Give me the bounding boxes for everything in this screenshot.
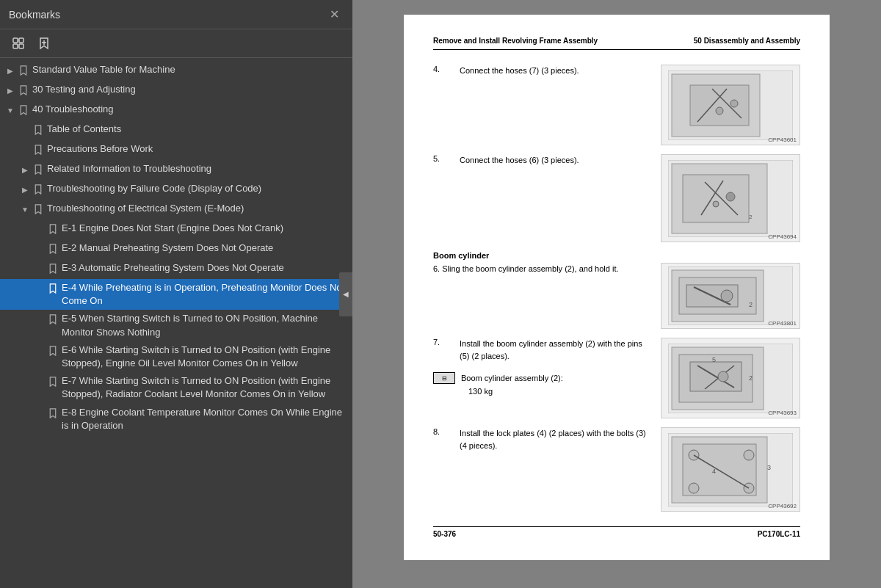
tree-item-40-troubleshooting[interactable]: 40 Troubleshooting xyxy=(0,101,352,120)
svg-point-42 xyxy=(689,483,699,493)
tree-item-precautions-before-work[interactable]: Precautions Before Work xyxy=(0,140,352,160)
step-4: 4. Connect the hoses (7) (3 pieces). xyxy=(433,65,800,145)
tree-item-e3[interactable]: E-3 Automatic Preheating System Does Not… xyxy=(0,259,352,279)
step5-img-caption: CPP43694 xyxy=(768,233,797,240)
tree-item-30-testing[interactable]: 30 Testing and Adjusting xyxy=(0,81,352,101)
bookmark-icon-e5 xyxy=(47,313,59,325)
bookmark-icon-e6 xyxy=(47,345,59,357)
step8-img-caption: CPP43692 xyxy=(768,503,797,509)
bookmarks-title: Bookmarks xyxy=(9,9,60,21)
svg-rect-15 xyxy=(683,175,749,222)
svg-text:4: 4 xyxy=(712,468,716,475)
bookmarks-toolbar xyxy=(0,29,352,58)
step5-text: Connect the hoses (6) (3 pieces). xyxy=(460,154,653,167)
bookmark-icon-related-info xyxy=(32,164,44,175)
bookmark-icon-e4 xyxy=(47,283,59,294)
bookmark-new-button[interactable] xyxy=(34,34,54,53)
step6-image: 2 CPP43801 xyxy=(661,263,800,329)
expand-arrow-related-info[interactable] xyxy=(18,163,32,178)
tree-item-e1[interactable]: E-1 Engine Does Not Start (Engine Does N… xyxy=(0,219,352,239)
tree-item-label-30-testing: 30 Testing and Adjusting xyxy=(32,83,347,96)
step-5: 5. Connect the hoses (6) (3 pieces). 2 xyxy=(433,154,800,242)
bookmark-icon-30-testing xyxy=(18,84,29,96)
bookmark-icon-e3 xyxy=(47,263,59,275)
expand-arrow-failure-code[interactable] xyxy=(18,183,32,197)
bookmark-icon-precautions-before-work xyxy=(32,144,44,156)
page-header-right: 50 Disassembly and Assembly xyxy=(694,37,800,45)
svg-point-34 xyxy=(718,371,728,382)
step8-text: Install the lock plates (4) (2 places) w… xyxy=(460,427,653,451)
tree-item-label-e5: E-5 When Starting Switch is Turned to ON… xyxy=(62,312,347,338)
bookmark-icon-e2 xyxy=(47,243,59,255)
tree-item-e5[interactable]: E-5 When Starting Switch is Turned to ON… xyxy=(0,310,352,341)
svg-point-18 xyxy=(726,192,735,201)
svg-text:3: 3 xyxy=(767,464,771,471)
svg-rect-0 xyxy=(13,38,18,43)
page-header-left: Remove and Install Revolving Frame Assem… xyxy=(433,37,598,45)
bookmarks-tree: Standard Value Table for Machine30 Testi… xyxy=(0,58,352,588)
spec-box: ⊟ Boom cylinder assembly (2): xyxy=(433,372,653,384)
step4-text: Connect the hoses (7) (3 pieces). xyxy=(460,65,653,77)
tree-item-e4[interactable]: E-4 While Preheating is in Operation, Pr… xyxy=(0,279,352,310)
tree-item-related-info[interactable]: Related Information to Troubleshooting xyxy=(0,160,352,180)
spec-icon: ⊟ xyxy=(433,372,455,384)
tree-item-table-of-contents[interactable]: Table of Contents xyxy=(0,120,352,140)
panel-collapse-button[interactable]: ◀ xyxy=(339,272,352,316)
svg-text:2: 2 xyxy=(749,301,753,308)
grid-view-button[interactable] xyxy=(7,34,29,53)
close-button[interactable]: ✕ xyxy=(325,6,344,23)
expand-arrow-40-troubleshooting[interactable] xyxy=(3,104,18,118)
tree-item-label-e8: E-8 Engine Coolant Temperature Monitor C… xyxy=(62,406,347,432)
step4-img-caption: CPP43601 xyxy=(768,137,797,143)
expand-arrow-electrical-system[interactable] xyxy=(18,203,32,217)
bookmarks-panel: Bookmarks ✕ Standard Value Table for Mac… xyxy=(0,0,352,588)
svg-text:5: 5 xyxy=(712,356,716,363)
step4-img-svg xyxy=(668,70,793,140)
tree-item-label-e4: E-4 While Preheating is in Operation, Pr… xyxy=(62,281,347,308)
step7-text: Install the boom cylinder assembly (2) w… xyxy=(460,338,653,362)
expand-arrow-standard-value[interactable] xyxy=(3,64,18,79)
step7-image: 2 5 CPP43693 xyxy=(661,338,800,418)
expand-arrow-30-testing[interactable] xyxy=(3,84,18,98)
step-8: 8. Install the lock plates (4) (2 places… xyxy=(433,427,800,512)
tree-item-e6[interactable]: E-6 While Starting Switch is Turned to O… xyxy=(0,341,352,372)
bookmark-icon-e7 xyxy=(47,376,59,388)
step6-img-caption: CPP43801 xyxy=(768,320,797,327)
svg-rect-2 xyxy=(13,44,18,48)
bookmark-icon-e1 xyxy=(47,223,59,235)
tree-item-label-40-troubleshooting: 40 Troubleshooting xyxy=(32,103,347,116)
spec-label: Boom cylinder assembly (2): xyxy=(461,374,563,382)
tree-item-e7[interactable]: E-7 While Starting Switch is Turned to O… xyxy=(0,372,352,403)
svg-rect-3 xyxy=(19,44,23,48)
bookmark-icon-standard-value xyxy=(18,65,29,76)
step5-img-svg: 2 xyxy=(668,160,793,237)
svg-text:2: 2 xyxy=(749,374,753,382)
boom-cylinder-heading: Boom cylinder xyxy=(433,251,800,260)
step7-img-svg: 2 5 xyxy=(668,344,793,413)
tree-item-label-e2: E-2 Manual Preheating System Does Not Op… xyxy=(62,242,347,255)
pdf-page: Remove and Install Revolving Frame Assem… xyxy=(404,15,830,560)
tree-item-label-electrical-system: Troubleshooting of Electrical System (E-… xyxy=(47,202,347,215)
tree-item-label-failure-code: Troubleshooting by Failure Code (Display… xyxy=(47,182,347,195)
tree-item-label-e7: E-7 While Starting Switch is Turned to O… xyxy=(62,374,347,401)
tree-item-failure-code[interactable]: Troubleshooting by Failure Code (Display… xyxy=(0,180,352,200)
step8-img-svg: 3 4 xyxy=(668,433,793,507)
step-6: 6. Sling the boom cylinder assembly (2),… xyxy=(433,263,800,329)
tree-item-label-standard-value: Standard Value Table for Machine xyxy=(32,63,347,76)
tree-item-standard-value[interactable]: Standard Value Table for Machine xyxy=(0,61,352,81)
step5-image: 2 CPP43694 xyxy=(661,154,800,242)
step6-text: 6. Sling the boom cylinder assembly (2),… xyxy=(433,264,619,273)
pdf-panel[interactable]: Remove and Install Revolving Frame Assem… xyxy=(352,0,881,588)
step7-img-caption: CPP43693 xyxy=(768,410,797,416)
footer-right: PC170LC-11 xyxy=(758,530,800,538)
step6-img-svg: 2 xyxy=(668,266,793,325)
grid-icon xyxy=(12,37,25,50)
tree-item-label-e3: E-3 Automatic Preheating System Does Not… xyxy=(62,261,347,275)
tree-item-e2[interactable]: E-2 Manual Preheating System Does Not Op… xyxy=(0,239,352,259)
tree-item-label-e6: E-6 While Starting Switch is Turned to O… xyxy=(62,344,347,370)
tree-item-electrical-system[interactable]: Troubleshooting of Electrical System (E-… xyxy=(0,200,352,219)
svg-point-26 xyxy=(721,290,733,302)
svg-point-19 xyxy=(713,201,719,207)
tree-item-e8[interactable]: E-8 Engine Coolant Temperature Monitor C… xyxy=(0,404,352,435)
bookmark-add-icon xyxy=(38,37,50,50)
